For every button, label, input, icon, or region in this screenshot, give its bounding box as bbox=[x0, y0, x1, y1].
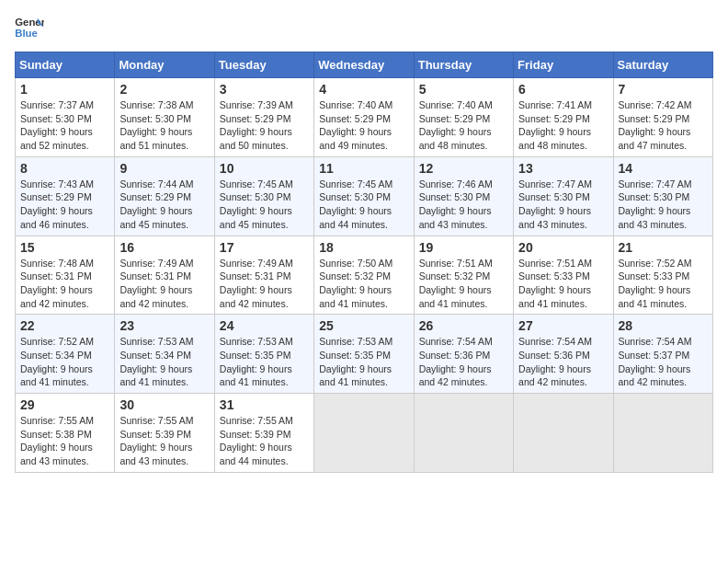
day-info: Sunrise: 7:37 AMSunset: 5:30 PMDaylight:… bbox=[20, 98, 109, 153]
day-number: 21 bbox=[619, 240, 708, 255]
day-info: Sunrise: 7:42 AMSunset: 5:29 PMDaylight:… bbox=[619, 98, 708, 153]
calendar-cell: 31Sunrise: 7:55 AMSunset: 5:39 PMDayligh… bbox=[214, 394, 313, 473]
day-of-week-header: Wednesday bbox=[314, 52, 414, 78]
day-number: 16 bbox=[119, 240, 209, 255]
day-info: Sunrise: 7:40 AMSunset: 5:29 PMDaylight:… bbox=[419, 98, 508, 153]
calendar-week-row: 8Sunrise: 7:43 AMSunset: 5:29 PMDaylight… bbox=[16, 156, 713, 236]
day-number: 13 bbox=[518, 161, 608, 176]
day-number: 6 bbox=[518, 82, 608, 97]
calendar-cell bbox=[414, 394, 513, 473]
day-of-week-header: Tuesday bbox=[214, 52, 313, 78]
day-number: 29 bbox=[20, 397, 109, 412]
day-info: Sunrise: 7:44 AMSunset: 5:29 PMDaylight:… bbox=[119, 178, 209, 232]
calendar-week-row: 22Sunrise: 7:52 AMSunset: 5:34 PMDayligh… bbox=[16, 315, 713, 394]
day-number: 20 bbox=[518, 240, 608, 255]
calendar-cell: 18Sunrise: 7:50 AMSunset: 5:32 PMDayligh… bbox=[314, 236, 414, 315]
day-number: 7 bbox=[619, 82, 708, 97]
day-info: Sunrise: 7:43 AMSunset: 5:29 PMDaylight:… bbox=[20, 178, 109, 232]
day-number: 19 bbox=[419, 240, 508, 255]
day-info: Sunrise: 7:41 AMSunset: 5:29 PMDaylight:… bbox=[518, 98, 608, 153]
calendar-cell: 2Sunrise: 7:38 AMSunset: 5:30 PMDaylight… bbox=[115, 78, 214, 157]
calendar-header-row: SundayMondayTuesdayWednesdayThursdayFrid… bbox=[16, 52, 713, 78]
day-of-week-header: Monday bbox=[115, 52, 214, 78]
calendar-cell: 1Sunrise: 7:37 AMSunset: 5:30 PMDaylight… bbox=[16, 78, 115, 157]
day-info: Sunrise: 7:38 AMSunset: 5:30 PMDaylight:… bbox=[119, 98, 209, 153]
calendar-cell bbox=[613, 394, 712, 473]
calendar-cell: 27Sunrise: 7:54 AMSunset: 5:36 PMDayligh… bbox=[514, 315, 613, 394]
day-info: Sunrise: 7:54 AMSunset: 5:37 PMDaylight:… bbox=[619, 335, 708, 389]
day-number: 14 bbox=[619, 161, 708, 176]
calendar-cell: 21Sunrise: 7:52 AMSunset: 5:33 PMDayligh… bbox=[613, 236, 712, 315]
day-of-week-header: Friday bbox=[514, 52, 613, 78]
day-number: 5 bbox=[419, 82, 508, 97]
calendar-cell: 11Sunrise: 7:45 AMSunset: 5:30 PMDayligh… bbox=[314, 156, 414, 236]
day-number: 27 bbox=[518, 318, 608, 333]
day-number: 8 bbox=[20, 161, 109, 176]
calendar-cell: 7Sunrise: 7:42 AMSunset: 5:29 PMDaylight… bbox=[613, 78, 712, 157]
calendar-cell: 16Sunrise: 7:49 AMSunset: 5:31 PMDayligh… bbox=[115, 236, 214, 315]
calendar-cell: 5Sunrise: 7:40 AMSunset: 5:29 PMDaylight… bbox=[414, 78, 513, 157]
day-info: Sunrise: 7:45 AMSunset: 5:30 PMDaylight:… bbox=[319, 178, 408, 232]
day-info: Sunrise: 7:49 AMSunset: 5:31 PMDaylight:… bbox=[119, 257, 209, 311]
calendar-cell: 15Sunrise: 7:48 AMSunset: 5:31 PMDayligh… bbox=[16, 236, 115, 315]
day-number: 4 bbox=[319, 82, 408, 97]
day-number: 3 bbox=[220, 82, 309, 97]
calendar-cell: 29Sunrise: 7:55 AMSunset: 5:38 PMDayligh… bbox=[16, 394, 115, 473]
calendar-week-row: 15Sunrise: 7:48 AMSunset: 5:31 PMDayligh… bbox=[16, 236, 713, 315]
day-info: Sunrise: 7:52 AMSunset: 5:33 PMDaylight:… bbox=[619, 257, 708, 311]
calendar-week-row: 29Sunrise: 7:55 AMSunset: 5:38 PMDayligh… bbox=[16, 394, 713, 473]
logo: General Blue bbox=[15, 15, 44, 40]
day-info: Sunrise: 7:47 AMSunset: 5:30 PMDaylight:… bbox=[518, 178, 608, 232]
calendar-cell: 12Sunrise: 7:46 AMSunset: 5:30 PMDayligh… bbox=[414, 156, 513, 236]
calendar-cell: 22Sunrise: 7:52 AMSunset: 5:34 PMDayligh… bbox=[16, 315, 115, 394]
svg-text:Blue: Blue bbox=[15, 28, 38, 39]
page-header: General Blue bbox=[15, 15, 713, 40]
calendar-cell: 17Sunrise: 7:49 AMSunset: 5:31 PMDayligh… bbox=[214, 236, 313, 315]
day-info: Sunrise: 7:53 AMSunset: 5:35 PMDaylight:… bbox=[319, 335, 408, 389]
calendar-cell: 26Sunrise: 7:54 AMSunset: 5:36 PMDayligh… bbox=[414, 315, 513, 394]
calendar-cell bbox=[314, 394, 414, 473]
day-info: Sunrise: 7:53 AMSunset: 5:34 PMDaylight:… bbox=[119, 335, 209, 389]
day-info: Sunrise: 7:46 AMSunset: 5:30 PMDaylight:… bbox=[419, 178, 508, 232]
day-of-week-header: Saturday bbox=[613, 52, 712, 78]
day-number: 25 bbox=[319, 318, 408, 333]
day-info: Sunrise: 7:51 AMSunset: 5:33 PMDaylight:… bbox=[518, 257, 608, 311]
calendar-cell: 25Sunrise: 7:53 AMSunset: 5:35 PMDayligh… bbox=[314, 315, 414, 394]
calendar-cell: 28Sunrise: 7:54 AMSunset: 5:37 PMDayligh… bbox=[613, 315, 712, 394]
calendar-cell: 10Sunrise: 7:45 AMSunset: 5:30 PMDayligh… bbox=[214, 156, 313, 236]
calendar-cell: 9Sunrise: 7:44 AMSunset: 5:29 PMDaylight… bbox=[115, 156, 214, 236]
day-info: Sunrise: 7:51 AMSunset: 5:32 PMDaylight:… bbox=[419, 257, 508, 311]
day-number: 17 bbox=[220, 240, 309, 255]
day-number: 2 bbox=[119, 82, 209, 97]
calendar-cell: 4Sunrise: 7:40 AMSunset: 5:29 PMDaylight… bbox=[314, 78, 414, 157]
day-info: Sunrise: 7:47 AMSunset: 5:30 PMDaylight:… bbox=[619, 178, 708, 232]
day-number: 30 bbox=[119, 397, 209, 412]
day-number: 1 bbox=[20, 82, 109, 97]
calendar-cell: 3Sunrise: 7:39 AMSunset: 5:29 PMDaylight… bbox=[214, 78, 313, 157]
day-of-week-header: Sunday bbox=[16, 52, 115, 78]
day-info: Sunrise: 7:39 AMSunset: 5:29 PMDaylight:… bbox=[220, 98, 309, 153]
logo-icon: General Blue bbox=[15, 15, 44, 40]
calendar-cell bbox=[514, 394, 613, 473]
day-number: 23 bbox=[119, 318, 209, 333]
day-info: Sunrise: 7:54 AMSunset: 5:36 PMDaylight:… bbox=[419, 335, 508, 389]
day-number: 28 bbox=[619, 318, 708, 333]
calendar-table: SundayMondayTuesdayWednesdayThursdayFrid… bbox=[15, 52, 713, 473]
day-info: Sunrise: 7:55 AMSunset: 5:38 PMDaylight:… bbox=[20, 414, 109, 468]
day-number: 24 bbox=[220, 318, 309, 333]
day-info: Sunrise: 7:54 AMSunset: 5:36 PMDaylight:… bbox=[518, 335, 608, 389]
day-number: 18 bbox=[319, 240, 408, 255]
day-number: 31 bbox=[220, 397, 309, 412]
day-number: 11 bbox=[319, 161, 408, 176]
day-info: Sunrise: 7:48 AMSunset: 5:31 PMDaylight:… bbox=[20, 257, 109, 311]
day-info: Sunrise: 7:50 AMSunset: 5:32 PMDaylight:… bbox=[319, 257, 408, 311]
day-info: Sunrise: 7:49 AMSunset: 5:31 PMDaylight:… bbox=[220, 257, 309, 311]
day-number: 10 bbox=[220, 161, 309, 176]
calendar-cell: 30Sunrise: 7:55 AMSunset: 5:39 PMDayligh… bbox=[115, 394, 214, 473]
calendar-cell: 6Sunrise: 7:41 AMSunset: 5:29 PMDaylight… bbox=[514, 78, 613, 157]
calendar-cell: 13Sunrise: 7:47 AMSunset: 5:30 PMDayligh… bbox=[514, 156, 613, 236]
calendar-cell: 20Sunrise: 7:51 AMSunset: 5:33 PMDayligh… bbox=[514, 236, 613, 315]
calendar-cell: 14Sunrise: 7:47 AMSunset: 5:30 PMDayligh… bbox=[613, 156, 712, 236]
day-number: 12 bbox=[419, 161, 508, 176]
day-of-week-header: Thursday bbox=[414, 52, 513, 78]
